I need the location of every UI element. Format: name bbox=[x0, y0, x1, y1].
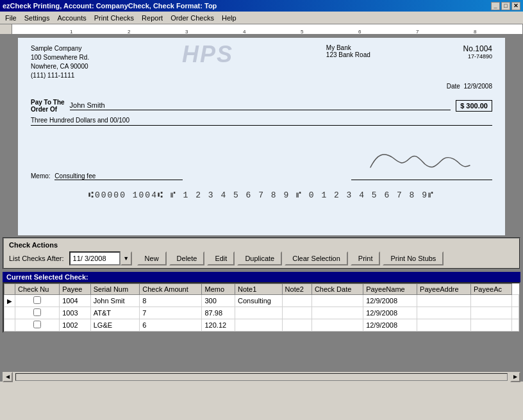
cell-note2 bbox=[311, 319, 363, 332]
cell-payee_name bbox=[417, 307, 471, 319]
cell-check_num: 1002 bbox=[60, 319, 91, 332]
cell-note1 bbox=[282, 307, 311, 319]
table-row[interactable]: 1003AT&T787.9812/9/2008 bbox=[4, 307, 519, 319]
cell-note1 bbox=[282, 295, 311, 307]
empty-area bbox=[3, 333, 520, 371]
row-indicator bbox=[4, 307, 15, 319]
hps-logo: HPS bbox=[182, 41, 233, 68]
ruler-mark-2: 2 bbox=[128, 29, 130, 35]
cell-serial: 6 bbox=[140, 319, 202, 332]
check-number: No.1004 bbox=[463, 44, 492, 53]
edit-button[interactable]: Edit bbox=[207, 251, 235, 265]
ruler-mark-1: 1 bbox=[70, 29, 72, 35]
col-serial: Serial Num bbox=[90, 284, 140, 295]
check-amount: $ 300.00 bbox=[456, 100, 492, 112]
menu-settings[interactable]: Settings bbox=[21, 13, 54, 23]
date-label: Date bbox=[447, 83, 460, 90]
cell-date: 12/9/2008 bbox=[363, 319, 417, 332]
cell-payee: John Smit bbox=[90, 295, 140, 307]
cell-date: 12/9/2008 bbox=[363, 295, 417, 307]
col-note2: Note2 bbox=[282, 284, 311, 295]
row-checkbox[interactable] bbox=[33, 296, 41, 304]
row-indicator: ▶ bbox=[4, 295, 15, 307]
company-addr2: Nowhere, CA 90000 bbox=[31, 62, 89, 71]
maximize-button[interactable]: □ bbox=[501, 2, 510, 10]
new-button[interactable]: New bbox=[137, 251, 167, 265]
cell-check_num: 1003 bbox=[60, 307, 91, 319]
col-payee: Payee bbox=[60, 284, 91, 295]
row-checkbox-cell[interactable] bbox=[15, 319, 60, 332]
check-number-area: No.1004 17-74890 bbox=[463, 44, 492, 60]
menu-accounts[interactable]: Accounts bbox=[53, 13, 90, 23]
row-checkbox[interactable] bbox=[33, 308, 41, 316]
ruler: 1 2 3 4 5 6 7 8 bbox=[0, 24, 523, 35]
check-table-container: Check Nu Payee Serial Num Check Amount M… bbox=[3, 282, 520, 333]
memo-value: Consulting fee bbox=[54, 172, 183, 180]
col-check-num: Check Nu bbox=[15, 284, 60, 295]
col-payee-ac: PayeeAc bbox=[471, 284, 512, 295]
menu-print-checks[interactable]: Print Checks bbox=[90, 13, 138, 23]
micr-line: ⑆00000 1004⑆ ⑈ 1 2 3 4 5 6 7 8 9 ⑈ 0 1 2… bbox=[31, 190, 492, 200]
cell-payee_name bbox=[417, 319, 471, 332]
menu-order-checks[interactable]: Order Checks bbox=[167, 13, 218, 23]
row-checkbox-cell[interactable] bbox=[15, 307, 60, 319]
bank-name: My Bank bbox=[326, 44, 370, 51]
col-selected bbox=[4, 284, 15, 295]
cell-memo bbox=[235, 307, 282, 319]
cell-payee_name bbox=[417, 295, 471, 307]
company-info: Sample Company 100 Somewhere Rd. Nowhere… bbox=[31, 44, 89, 80]
signature-area bbox=[351, 145, 492, 180]
cell-note1 bbox=[282, 319, 311, 332]
memo-label: Memo: bbox=[31, 172, 51, 180]
print-button[interactable]: Print bbox=[351, 251, 381, 265]
check-actions-panel: Check Actions List Checks After: 11/ 3/2… bbox=[3, 237, 520, 269]
cell-amount: 87.98 bbox=[202, 307, 235, 319]
col-note1: Note1 bbox=[235, 284, 282, 295]
selected-check-label: Current Selected Check: bbox=[6, 273, 88, 281]
cell-payee: AT&T bbox=[90, 307, 140, 319]
ruler-mark-4: 4 bbox=[243, 29, 245, 35]
cell-payee_addr bbox=[471, 307, 512, 319]
close-button[interactable]: ✕ bbox=[511, 2, 520, 10]
date-row: Date 12/9/2008 bbox=[31, 83, 492, 90]
check-actions-title: Check Actions bbox=[9, 241, 514, 249]
menu-help[interactable]: Help bbox=[218, 13, 240, 23]
scroll-track[interactable] bbox=[15, 373, 508, 381]
delete-button[interactable]: Delete bbox=[169, 251, 205, 265]
table-row[interactable]: ▶1004John Smit8300Consulting12/9/2008 bbox=[4, 295, 519, 307]
memo-section: Memo: Consulting fee bbox=[31, 172, 183, 180]
bank-addr: 123 Bank Road bbox=[326, 51, 370, 58]
row-checkbox[interactable] bbox=[33, 321, 41, 328]
table-row[interactable]: 1002LG&E6120.1212/9/2008 bbox=[4, 319, 519, 332]
print-no-stubs-button[interactable]: Print No Stubs bbox=[383, 251, 444, 265]
date-value: 12/9/2008 bbox=[464, 83, 493, 90]
row-checkbox-cell[interactable] bbox=[15, 295, 60, 307]
window-controls: _ □ ✕ bbox=[491, 2, 520, 10]
menu-file[interactable]: File bbox=[1, 13, 21, 23]
col-memo: Memo bbox=[202, 284, 235, 295]
routing-number: 17-74890 bbox=[463, 53, 492, 60]
cell-date: 12/9/2008 bbox=[363, 307, 417, 319]
window-title: ezCheck Printing, Account: CompanyCheck,… bbox=[3, 2, 217, 10]
date-dropdown-arrow[interactable]: ▼ bbox=[120, 251, 132, 265]
duplicate-button[interactable]: Duplicate bbox=[237, 251, 282, 265]
actions-row: List Checks After: 11/ 3/2008 ▼ New Dele… bbox=[9, 251, 514, 265]
cell-payee: LG&E bbox=[90, 319, 140, 332]
date-filter-input[interactable]: 11/ 3/2008 bbox=[69, 251, 120, 265]
minimize-button[interactable]: _ bbox=[491, 2, 500, 10]
scroll-left-button[interactable]: ◀ bbox=[3, 372, 13, 382]
ruler-mark-8: 8 bbox=[474, 29, 476, 35]
menu-report[interactable]: Report bbox=[138, 13, 167, 23]
scroll-right-button[interactable]: ▶ bbox=[510, 372, 520, 382]
pay-to-section: Pay To The Order Of John Smith $ 300.00 bbox=[31, 99, 492, 113]
main-scroll-area: Sample Company 100 Somewhere Rd. Nowhere… bbox=[0, 35, 523, 382]
cell-payee_addr bbox=[471, 295, 512, 307]
signature-svg bbox=[358, 145, 486, 177]
company-addr1: 100 Somewhere Rd. bbox=[31, 53, 89, 62]
ruler-mark-7: 7 bbox=[416, 29, 419, 35]
bank-info: My Bank 123 Bank Road bbox=[326, 44, 370, 58]
clear-selection-button[interactable]: Clear Selection bbox=[285, 251, 348, 265]
cell-serial: 8 bbox=[140, 295, 202, 307]
cell-payee_ac bbox=[512, 307, 519, 319]
written-amount: Three Hundred Dollars and 00/100 bbox=[31, 117, 492, 126]
